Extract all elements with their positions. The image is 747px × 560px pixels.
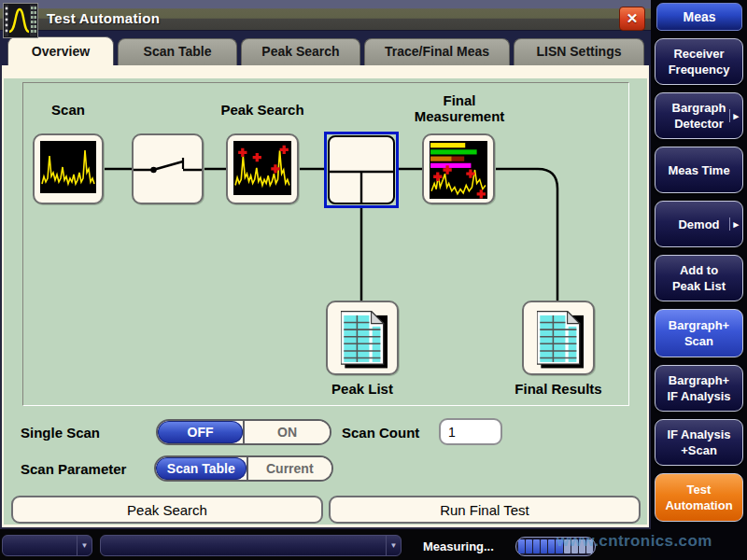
t-junction-icon — [330, 137, 393, 203]
softkey-add-to-peak-list[interactable]: Add to Peak List — [655, 255, 743, 301]
softkey-menu-title: Meas — [656, 3, 742, 31]
progress-segment — [533, 539, 540, 553]
peak-search-step-box[interactable] — [226, 133, 299, 204]
final-results-document-icon — [537, 311, 584, 369]
scan-parameter-current-option[interactable]: Current — [248, 457, 331, 480]
scan-trace-icon — [40, 141, 96, 193]
scan-parameter-label: Scan Parameter — [21, 461, 126, 477]
softkey-demod[interactable]: Demod ▸ — [655, 201, 743, 247]
tab-overview[interactable]: Overview — [7, 36, 114, 65]
tab-trace-final-meas[interactable]: Trace/Final Meas — [364, 38, 510, 65]
scan-count-input[interactable] — [439, 418, 502, 445]
status-combo-1[interactable]: ▼ — [2, 535, 92, 556]
dropdown-arrow-icon[interactable]: ▼ — [386, 536, 401, 555]
softkey-meas-time[interactable]: Meas Time — [655, 147, 743, 193]
softkey-bargraph-if-analysis[interactable]: Bargraph+ IF Analysis — [655, 365, 743, 412]
peak-list-document-icon — [341, 311, 388, 369]
screen: Test Automation ✕ Overview Scan Table Pe… — [0, 0, 747, 560]
softkey-test-automation[interactable]: Test Automation — [655, 473, 743, 522]
peak-search-label: Peak Search — [192, 102, 332, 118]
progress-segment — [571, 539, 578, 553]
peak-search-button[interactable]: Peak Search — [11, 496, 323, 524]
progress-segment — [586, 539, 593, 553]
peak-list-box[interactable] — [326, 301, 399, 375]
softkey-bargraph-scan[interactable]: Bargraph+ Scan — [655, 309, 743, 357]
final-results-label: Final Results — [488, 381, 628, 397]
tab-scan-table[interactable]: Scan Table — [118, 38, 237, 65]
run-final-test-button[interactable]: Run Final Test — [329, 496, 641, 524]
dropdown-arrow-icon[interactable]: ▼ — [77, 536, 92, 555]
single-scan-off-option[interactable]: OFF — [158, 421, 243, 443]
junction-box-inner — [328, 135, 395, 204]
single-scan-toggle: OFF ON — [156, 419, 331, 445]
progress-segment — [518, 539, 525, 553]
close-icon: ✕ — [627, 10, 639, 27]
progress-bar — [515, 537, 596, 556]
single-scan-label: Single Scan — [21, 425, 100, 441]
final-measurement-label: Final Measurement — [385, 92, 534, 124]
app-spectrum-icon — [3, 3, 38, 38]
junction-step-box-focused[interactable] — [324, 132, 399, 208]
progress-segment — [579, 539, 585, 553]
window-title: Test Automation — [47, 10, 160, 26]
softkey-bargraph-detector[interactable]: Bargraph Detector ▸ — [655, 92, 743, 139]
submenu-arrow-icon: ▸ — [729, 109, 739, 122]
close-button[interactable]: ✕ — [619, 7, 645, 31]
scan-step-box[interactable] — [33, 133, 104, 204]
peak-list-label: Peak List — [292, 381, 432, 397]
switch-icon — [134, 135, 202, 203]
progress-segment — [556, 539, 562, 553]
tab-peak-search[interactable]: Peak Search — [241, 38, 360, 65]
progress-segment — [526, 539, 532, 553]
peak-search-trace-icon — [233, 141, 291, 195]
scan-label: Scan — [21, 102, 115, 118]
softkey-if-analysis-scan[interactable]: IF Analysis +Scan — [655, 419, 743, 466]
softkey-menu: Meas Receiver Frequency Bargraph Detecto… — [651, 0, 747, 560]
progress-segment — [541, 539, 547, 553]
final-results-box[interactable] — [522, 301, 595, 375]
scan-parameter-scan-table-option[interactable]: Scan Table — [156, 457, 247, 480]
final-measurement-step-box[interactable] — [422, 133, 495, 204]
progress-segment — [564, 539, 571, 553]
measuring-status: Measuring... — [423, 539, 494, 553]
single-scan-on-option[interactable]: ON — [245, 421, 330, 443]
status-bar: ▼ ▼ Measuring... 21.06.2012 13:50:42 — [0, 529, 747, 560]
submenu-arrow-icon: ▸ — [729, 217, 739, 231]
progress-segment — [548, 539, 555, 553]
status-combo-2[interactable]: ▼ — [100, 535, 402, 556]
scan-count-label: Scan Count — [342, 425, 419, 441]
switch-step-box[interactable] — [132, 133, 204, 204]
tab-lisn-settings[interactable]: LISN Settings — [514, 38, 644, 65]
final-measurement-icon — [430, 141, 487, 199]
scan-parameter-toggle: Scan Table Current — [154, 455, 333, 482]
softkey-receiver-frequency[interactable]: Receiver Frequency — [655, 38, 743, 85]
